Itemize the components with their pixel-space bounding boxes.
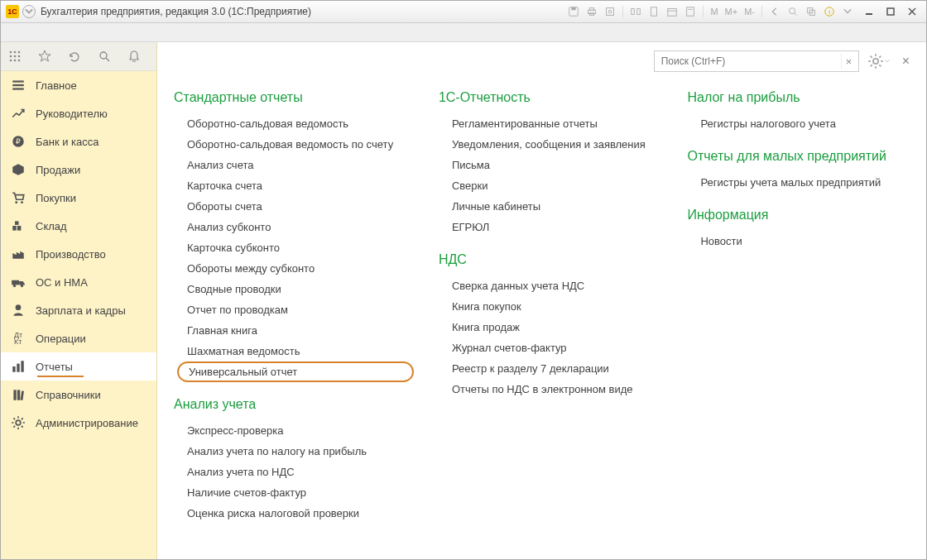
- preview-icon[interactable]: [603, 4, 617, 19]
- svg-text:i: i: [829, 8, 830, 16]
- zoom-icon[interactable]: [785, 4, 800, 19]
- svg-point-32: [18, 60, 21, 62]
- svg-rect-1: [572, 7, 576, 11]
- report-link[interactable]: Регламентированные отчеты: [452, 113, 663, 134]
- svg-rect-51: [17, 364, 19, 372]
- warehouse-icon: [11, 218, 26, 233]
- menu-lines-icon: [11, 78, 26, 93]
- sidebar-item-sales[interactable]: Продажи: [1, 156, 156, 184]
- report-link[interactable]: Обороты между субконто: [187, 258, 414, 279]
- report-link-universal[interactable]: Универсальный отчет: [177, 361, 414, 382]
- m-minus-button[interactable]: М-: [742, 7, 756, 17]
- report-link[interactable]: ЕГРЮЛ: [452, 217, 663, 237]
- svg-text:₽: ₽: [16, 137, 21, 146]
- favorites-star-icon[interactable]: [37, 49, 52, 64]
- search-input[interactable]: [660, 55, 841, 68]
- print-icon[interactable]: [584, 4, 599, 19]
- sidebar-item-reports[interactable]: Отчеты: [1, 352, 156, 381]
- report-link[interactable]: Уведомления, сообщения и заявления: [452, 134, 663, 155]
- sidebar-item-admin[interactable]: Администрирование: [1, 409, 156, 437]
- svg-rect-8: [637, 9, 641, 15]
- svg-line-15: [795, 13, 797, 16]
- sidebar-item-home[interactable]: Главное: [1, 71, 156, 99]
- section-title-profit: Налог на прибыль: [687, 90, 911, 105]
- report-link[interactable]: Анализ учета по налогу на прибыль: [187, 441, 414, 462]
- report-link[interactable]: Журнал счетов-фактур: [452, 337, 663, 358]
- app-logo-icon: 1C: [6, 5, 19, 18]
- sidebar-item-manager[interactable]: Руководителю: [1, 99, 156, 127]
- report-link[interactable]: Шахматная ведомость: [187, 341, 414, 361]
- settings-gear-icon[interactable]: [867, 53, 891, 69]
- window-title: Бухгалтерия предприятия, редакция 3.0 (1…: [41, 6, 566, 17]
- maximize-button[interactable]: [881, 4, 900, 19]
- report-link[interactable]: Наличие счетов-фактур: [187, 482, 414, 503]
- svg-point-6: [609, 10, 612, 13]
- svg-point-49: [16, 304, 22, 310]
- clear-search-icon[interactable]: ×: [841, 54, 857, 69]
- help-icon[interactable]: i: [822, 4, 837, 19]
- close-button[interactable]: [903, 4, 921, 19]
- report-link[interactable]: Отчеты по НДС в электронном виде: [452, 379, 663, 400]
- compare-icon[interactable]: [628, 4, 643, 19]
- svg-rect-46: [12, 280, 19, 285]
- report-link[interactable]: Главная книга: [187, 320, 414, 341]
- m-plus-button[interactable]: М+: [723, 7, 740, 17]
- report-link[interactable]: Письма: [452, 155, 663, 175]
- search-box[interactable]: ×: [654, 50, 859, 72]
- notifications-bell-icon[interactable]: [127, 49, 142, 64]
- sidebar-item-warehouse[interactable]: Склад: [1, 212, 156, 240]
- report-link[interactable]: Сверка данных учета НДС: [452, 275, 663, 296]
- calculator-icon[interactable]: [683, 4, 698, 19]
- help-dropdown-icon[interactable]: [840, 4, 855, 19]
- person-icon: [11, 303, 26, 318]
- close-panel-icon[interactable]: ×: [899, 54, 913, 69]
- report-link[interactable]: Сводные проводки: [187, 279, 414, 299]
- truck-icon: [11, 275, 26, 290]
- windows-icon[interactable]: [804, 4, 819, 19]
- sidebar-item-label: Продажи: [36, 164, 80, 176]
- report-link[interactable]: Обороты счета: [187, 196, 414, 217]
- sidebar-item-operations[interactable]: ДтКт Операции: [1, 324, 156, 352]
- report-link[interactable]: Экспресс-проверка: [187, 420, 414, 441]
- report-link[interactable]: Личные кабинеты: [452, 196, 663, 217]
- report-link[interactable]: Анализ учета по НДС: [187, 462, 414, 482]
- report-link[interactable]: Сверки: [452, 175, 663, 196]
- search-icon[interactable]: [97, 49, 112, 64]
- box-icon: [11, 162, 26, 177]
- report-link[interactable]: Карточка счета: [187, 175, 414, 196]
- dropdown-circle-icon[interactable]: [22, 5, 36, 18]
- report-link[interactable]: Оценка риска налоговой проверки: [187, 503, 414, 524]
- report-link[interactable]: Анализ субконто: [187, 217, 414, 237]
- report-link[interactable]: Анализ счета: [187, 155, 414, 175]
- report-link[interactable]: Реестр к разделу 7 декларации: [452, 358, 663, 379]
- apps-grid-icon[interactable]: [7, 49, 22, 64]
- sidebar-item-directories[interactable]: Справочники: [1, 381, 156, 409]
- sidebar-item-purchases[interactable]: Покупки: [1, 184, 156, 212]
- report-link[interactable]: Отчет по проводкам: [187, 299, 414, 320]
- sidebar-item-bank[interactable]: ₽ Банк и касса: [1, 127, 156, 156]
- report-link[interactable]: Новости: [700, 231, 911, 251]
- report-link[interactable]: Оборотно-сальдовая ведомость по счету: [187, 134, 414, 155]
- report-link[interactable]: Регистры налогового учета: [700, 113, 911, 134]
- sidebar-item-assets[interactable]: ОС и НМА: [1, 268, 156, 296]
- report-link[interactable]: Регистры учета малых предприятий: [700, 172, 911, 193]
- m-button[interactable]: М: [708, 7, 719, 17]
- calendar-icon[interactable]: [665, 4, 680, 19]
- doc-icon[interactable]: [646, 4, 661, 19]
- titlebar-actions: М М+ М- i: [566, 4, 855, 19]
- svg-rect-12: [687, 7, 694, 17]
- back-icon[interactable]: [767, 4, 782, 19]
- svg-point-26: [18, 51, 21, 54]
- sidebar-item-label: Отчеты: [36, 361, 73, 373]
- sidebar-item-salary[interactable]: Зарплата и кадры: [1, 296, 156, 324]
- svg-point-27: [10, 55, 12, 58]
- sidebar-item-production[interactable]: Производство: [1, 240, 156, 268]
- report-link[interactable]: Книга покупок: [452, 296, 663, 317]
- save-icon[interactable]: [566, 4, 581, 19]
- report-link[interactable]: Карточка субконто: [187, 237, 414, 258]
- report-link[interactable]: Оборотно-сальдовая ведомость: [187, 113, 414, 134]
- minimize-button[interactable]: [860, 4, 878, 19]
- history-icon[interactable]: [67, 49, 82, 64]
- transactions-icon: ДтКт: [11, 331, 26, 346]
- report-link[interactable]: Книга продаж: [452, 317, 663, 337]
